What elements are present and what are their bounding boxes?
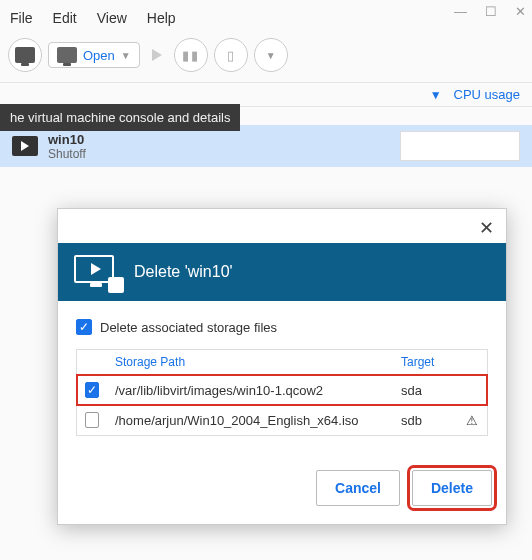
close-icon[interactable]: ✕ bbox=[515, 4, 526, 19]
open-button[interactable]: Open ▼ bbox=[48, 42, 140, 68]
menu-bar: File Edit View Help bbox=[0, 0, 532, 34]
checkbox-checked-icon[interactable]: ✓ bbox=[76, 319, 92, 335]
storage-table: Storage Path Target ✓ /var/lib/libvirt/i… bbox=[76, 349, 488, 436]
stop-icon: ▯ bbox=[227, 48, 234, 63]
open-label: Open bbox=[83, 48, 115, 63]
col-target[interactable]: Target bbox=[393, 350, 457, 374]
table-header: Storage Path Target bbox=[77, 350, 487, 375]
new-vm-button[interactable] bbox=[8, 38, 42, 72]
shutdown-button[interactable]: ▯ bbox=[214, 38, 248, 72]
monitor-icon bbox=[57, 47, 77, 63]
vm-state: Shutoff bbox=[48, 147, 86, 161]
vm-row[interactable]: win10 Shutoff bbox=[0, 125, 532, 167]
vm-name: win10 bbox=[48, 132, 86, 147]
delete-storage-label: Delete associated storage files bbox=[100, 320, 277, 335]
play-icon bbox=[152, 49, 162, 61]
col-storage-path[interactable]: Storage Path bbox=[107, 350, 393, 374]
more-button[interactable]: ▼ bbox=[254, 38, 288, 72]
menu-view[interactable]: View bbox=[97, 10, 127, 26]
checkbox-checked-icon[interactable]: ✓ bbox=[85, 382, 99, 398]
chevron-down-icon[interactable]: ▼ bbox=[121, 50, 131, 61]
vm-cpu-graph bbox=[400, 131, 520, 161]
menu-file[interactable]: File bbox=[10, 10, 33, 26]
monitor-icon bbox=[15, 47, 35, 63]
pause-icon: ▮▮ bbox=[182, 48, 200, 63]
dialog-close-button[interactable]: ✕ bbox=[58, 209, 506, 243]
menu-edit[interactable]: Edit bbox=[53, 10, 77, 26]
column-cpu-usage[interactable]: CPU usage bbox=[454, 87, 520, 102]
storage-target: sdb bbox=[393, 406, 457, 435]
delete-button[interactable]: Delete bbox=[412, 470, 492, 506]
checkbox-unchecked-icon[interactable] bbox=[85, 412, 99, 428]
storage-path: /home/arjun/Win10_2004_English_x64.iso bbox=[107, 406, 393, 435]
minimize-icon[interactable]: — bbox=[454, 4, 467, 19]
window-controls: — ☐ ✕ bbox=[454, 4, 526, 19]
tooltip: he virtual machine console and details bbox=[0, 104, 240, 131]
chevron-down-icon: ▼ bbox=[266, 50, 276, 61]
warning-icon: ⚠ bbox=[457, 406, 487, 435]
cancel-button[interactable]: Cancel bbox=[316, 470, 400, 506]
delete-dialog: ✕ Delete 'win10' ✓ Delete associated sto… bbox=[57, 208, 507, 525]
table-row[interactable]: ✓ /var/lib/libvirt/images/win10-1.qcow2 … bbox=[77, 375, 487, 405]
dialog-body: ✓ Delete associated storage files Storag… bbox=[58, 301, 506, 444]
play-icon bbox=[21, 141, 29, 151]
run-button[interactable] bbox=[146, 49, 168, 61]
table-row[interactable]: /home/arjun/Win10_2004_English_x64.iso s… bbox=[77, 405, 487, 435]
dialog-buttons: Cancel Delete bbox=[58, 444, 506, 524]
delete-vm-icon bbox=[74, 255, 120, 289]
sort-indicator-icon[interactable]: ▼ bbox=[430, 88, 442, 102]
maximize-icon[interactable]: ☐ bbox=[485, 4, 497, 19]
pause-button[interactable]: ▮▮ bbox=[174, 38, 208, 72]
delete-storage-checkbox-row[interactable]: ✓ Delete associated storage files bbox=[76, 319, 488, 335]
dialog-title: Delete 'win10' bbox=[134, 263, 233, 281]
storage-target: sda bbox=[393, 376, 457, 405]
close-icon: ✕ bbox=[479, 218, 494, 238]
toolbar: Open ▼ ▮▮ ▯ ▼ bbox=[0, 34, 532, 82]
vm-screen-icon bbox=[12, 136, 38, 156]
menu-help[interactable]: Help bbox=[147, 10, 176, 26]
dialog-header: Delete 'win10' bbox=[58, 243, 506, 301]
storage-path: /var/lib/libvirt/images/win10-1.qcow2 bbox=[107, 376, 393, 405]
vm-text: win10 Shutoff bbox=[48, 132, 86, 161]
